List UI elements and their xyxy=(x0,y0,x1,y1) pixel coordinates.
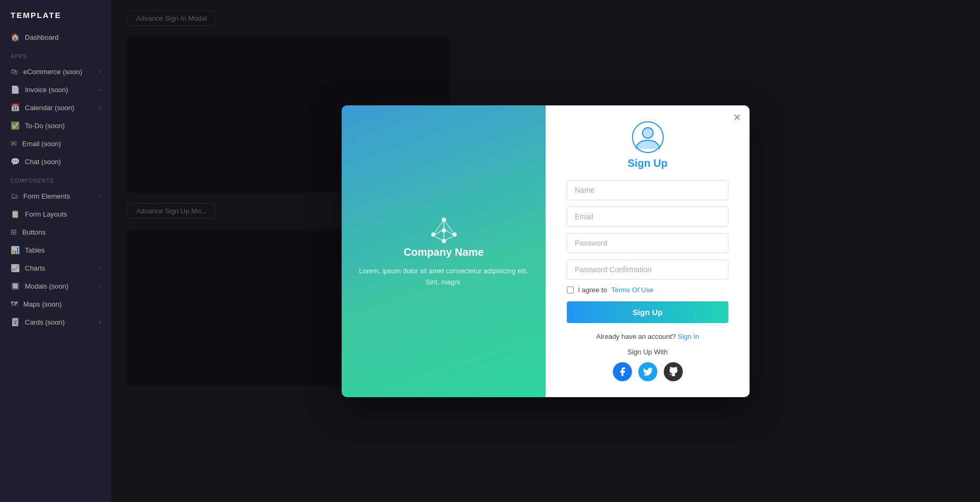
sidebar-item-buttons[interactable]: ⊞ Buttons xyxy=(0,223,111,241)
sidebar-item-label: Form Layouts xyxy=(25,210,67,218)
github-button[interactable] xyxy=(664,362,683,381)
password-confirm-input[interactable] xyxy=(567,259,728,280)
form-layouts-icon: 📋 xyxy=(11,210,20,218)
form-elements-icon: 🗂 xyxy=(11,192,18,200)
password-confirm-field-group xyxy=(567,259,728,280)
already-account-row: Already have an account? Sign In xyxy=(596,333,699,340)
sidebar-item-label: Cards (soon) xyxy=(25,318,65,326)
terms-link[interactable]: Terms Of Use xyxy=(611,286,653,294)
sidebar-item-cards[interactable]: 🃏 Cards (soon) › xyxy=(0,313,111,331)
sidebar-item-form-elements[interactable]: 🗂 Form Elements › xyxy=(0,187,111,205)
sidebar-item-label: Maps (soon) xyxy=(23,300,61,308)
sidebar-item-label: Calendar (soon) xyxy=(25,104,74,112)
sidebar-item-ecommerce[interactable]: 🛍 eCommerce (soon) › xyxy=(0,62,111,80)
buttons-icon: ⊞ xyxy=(11,228,17,236)
sidebar-item-tables[interactable]: 📊 Tables xyxy=(0,241,111,259)
sidebar-item-chat[interactable]: 💬 Chat (soon) xyxy=(0,153,111,171)
svg-point-3 xyxy=(442,239,446,243)
sidebar-item-label: Dashboard xyxy=(25,33,59,41)
sidebar-item-modals[interactable]: 🔲 Modals (soon) › xyxy=(0,277,111,295)
user-avatar-icon xyxy=(632,121,664,153)
chevron-right-icon: › xyxy=(99,193,101,199)
sidebar-item-label: Chat (soon) xyxy=(25,158,61,166)
sidebar-item-charts[interactable]: 📈 Charts › xyxy=(0,259,111,277)
sidebar-item-label: To-Do (soon) xyxy=(25,122,65,130)
chevron-right-icon: › xyxy=(99,319,101,325)
sidebar-item-label: Tables xyxy=(25,246,45,254)
chat-icon: 💬 xyxy=(11,157,20,166)
sidebar-item-form-layouts[interactable]: 📋 Form Layouts xyxy=(0,205,111,223)
maps-icon: 🗺 xyxy=(11,300,18,308)
agree-checkbox[interactable] xyxy=(567,286,574,293)
chevron-right-icon: › xyxy=(99,105,101,111)
sidebar-item-todo[interactable]: ✅ To-Do (soon) xyxy=(0,116,111,135)
signup-submit-button[interactable]: Sign Up xyxy=(567,301,728,323)
invoice-icon: 📄 xyxy=(11,85,20,94)
facebook-button[interactable] xyxy=(613,362,632,381)
todo-icon: ✅ xyxy=(11,121,20,130)
svg-line-12 xyxy=(446,237,452,240)
sidebar: TEMPLATE 🏠 Dashboard APPS 🛍 eCommerce (s… xyxy=(0,0,111,502)
signup-modal: Company Name Lorem, ipsum dolor sit amet… xyxy=(342,105,750,397)
calendar-icon: 📅 xyxy=(11,103,20,112)
modal-overlay[interactable]: Company Name Lorem, ipsum dolor sit amet… xyxy=(111,0,980,502)
close-button[interactable]: ✕ xyxy=(733,113,741,122)
email-icon: ✉ xyxy=(11,139,17,148)
svg-line-9 xyxy=(435,230,442,235)
modal-left-panel: Company Name Lorem, ipsum dolor sit amet… xyxy=(342,105,546,397)
sidebar-item-label: Buttons xyxy=(22,228,46,236)
sidebar-item-email[interactable]: ✉ Email (soon) xyxy=(0,135,111,153)
agree-row: I agree to Terms Of Use xyxy=(567,286,728,294)
sidebar-item-label: Modals (soon) xyxy=(25,282,68,290)
home-icon: 🏠 xyxy=(11,33,20,41)
social-icons-row xyxy=(613,362,683,381)
company-description: Lorem, ipsum dolor sit amet consectetur … xyxy=(358,266,530,288)
company-name: Company Name xyxy=(404,246,484,258)
main-content: Advance Sign In Modal Advance Sign Up Mo… xyxy=(111,0,980,502)
already-text: Already have an account? xyxy=(596,333,675,340)
svg-line-11 xyxy=(435,237,442,240)
sidebar-section-components: COMPONENTS xyxy=(0,171,111,187)
chevron-right-icon: › xyxy=(99,265,101,271)
svg-line-10 xyxy=(446,230,452,235)
sidebar-item-calendar[interactable]: 📅 Calendar (soon) › xyxy=(0,98,111,116)
email-input[interactable] xyxy=(567,207,728,227)
sidebar-item-label: Invoice (soon) xyxy=(25,86,68,94)
name-field-group xyxy=(567,180,728,200)
modal-right-panel: ✕ Sign Up xyxy=(546,105,750,397)
sidebar-item-invoice[interactable]: 📄 Invoice (soon) › xyxy=(0,80,111,98)
password-input[interactable] xyxy=(567,233,728,253)
svg-point-14 xyxy=(643,128,653,138)
email-field-group xyxy=(567,207,728,227)
svg-point-4 xyxy=(442,228,446,232)
chevron-right-icon: › xyxy=(99,69,101,75)
name-input[interactable] xyxy=(567,180,728,200)
agree-text: I agree to xyxy=(578,286,607,294)
github-icon xyxy=(668,366,679,377)
modal-title: Sign Up xyxy=(628,157,668,169)
social-label: Sign Up With xyxy=(628,348,668,356)
twitter-icon xyxy=(643,366,653,377)
signin-link[interactable]: Sign In xyxy=(678,333,699,340)
twitter-button[interactable] xyxy=(638,362,657,381)
ecommerce-icon: 🛍 xyxy=(11,67,18,76)
sidebar-logo: TEMPLATE xyxy=(0,0,111,28)
sidebar-item-label: eCommerce (soon) xyxy=(23,68,82,76)
chevron-right-icon: › xyxy=(99,283,101,289)
sidebar-item-label: Form Elements xyxy=(23,192,70,200)
sidebar-item-dashboard[interactable]: 🏠 Dashboard xyxy=(0,28,111,46)
sidebar-section-apps: APPS xyxy=(0,46,111,62)
tables-icon: 📊 xyxy=(11,246,20,254)
cards-icon: 🃏 xyxy=(11,318,20,326)
sidebar-item-maps[interactable]: 🗺 Maps (soon) xyxy=(0,295,111,313)
facebook-icon xyxy=(617,366,628,377)
modals-icon: 🔲 xyxy=(11,282,20,290)
network-icon xyxy=(428,214,460,246)
sidebar-item-label: Charts xyxy=(25,264,45,272)
password-field-group xyxy=(567,233,728,253)
charts-icon: 📈 xyxy=(11,264,20,272)
sidebar-item-label: Email (soon) xyxy=(22,140,61,148)
chevron-right-icon: › xyxy=(99,87,101,93)
